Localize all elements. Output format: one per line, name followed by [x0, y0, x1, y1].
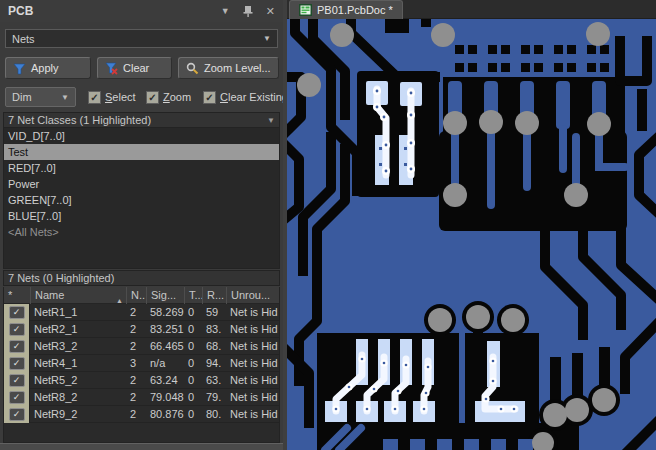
net-name: NetR2_1 [30, 321, 126, 338]
row-checkbox-checked[interactable] [9, 374, 25, 387]
column-header-nodes[interactable]: N.. [126, 287, 146, 304]
table-row[interactable]: NetR9_2 2 80.876 0 80. Net is Hid [4, 406, 279, 423]
magnifier-icon [186, 62, 199, 75]
close-icon[interactable]: ✕ [266, 6, 275, 17]
table-row[interactable]: NetR2_1 2 83.251 0 83. Net is Hid [4, 321, 279, 338]
table-row[interactable]: NetR5_2 2 63.24 0 63. Net is Hid [4, 372, 279, 389]
net-name: NetR1_1 [30, 304, 126, 321]
zoom-checkbox[interactable]: Zoom [146, 88, 191, 106]
pcb-editor: PB01.PcbDoc * [287, 0, 656, 450]
chevron-down-icon: ▼ [267, 116, 275, 125]
net-classes-list: VID_D[7..0] Test RED[7..0] Power GREEN[7… [3, 128, 280, 269]
checkbox-checked-icon [146, 91, 159, 104]
pin-icon[interactable] [243, 5, 253, 17]
panel-mode-value: Nets [12, 33, 35, 45]
table-row[interactable]: NetR4_1 3 n/a 0 94. Net is Hid [4, 355, 279, 372]
panel-title: PCB [8, 4, 33, 18]
net-class-item-selected[interactable]: Test [4, 144, 279, 160]
row-checkbox-checked[interactable] [9, 340, 25, 353]
row-checkbox-checked[interactable] [9, 357, 25, 370]
net-name: NetR3_2 [30, 338, 126, 355]
dim-dropdown[interactable]: Dim ▼ [5, 87, 76, 107]
column-header-routed[interactable]: R... [202, 287, 226, 304]
column-header-unrouted[interactable]: Unrou... [226, 287, 279, 304]
net-class-item[interactable]: VID_D[7..0] [4, 128, 279, 144]
column-header-t[interactable]: T... [184, 287, 202, 304]
panel-bottom-resize-bar[interactable] [0, 443, 283, 450]
apply-button-label: Apply [31, 62, 59, 74]
column-header-signal[interactable]: Sig... [146, 287, 184, 304]
nets-table: * Name▲ N.. Sig... T... R... Unrou... Ne… [3, 287, 280, 443]
chevron-down-icon: ▼ [61, 93, 69, 102]
panel-mode-dropdown[interactable]: Nets ▼ [5, 29, 278, 48]
net-name: NetR4_1 [30, 355, 126, 372]
clear-button[interactable]: Clear [97, 57, 172, 79]
zoom-level-button-label: Zoom Level... [204, 62, 271, 74]
nets-header-label: 7 Nets (0 Highlighted) [8, 272, 114, 284]
chevron-down-icon: ▼ [263, 34, 271, 43]
clear-existing-checkbox-label: Clear Existing [220, 91, 283, 103]
sort-ascending-icon: ▲ [116, 292, 123, 304]
nets-table-header-row: * Name▲ N.. Sig... T... R... Unrou... [4, 287, 279, 304]
dim-value: Dim [12, 91, 32, 103]
checkbox-checked-icon [203, 91, 216, 104]
select-checkbox[interactable]: Select [88, 88, 136, 106]
table-row[interactable]: NetR1_1 2 58.269 0 59 Net is Hid [4, 304, 279, 321]
apply-button[interactable]: Apply [5, 57, 91, 79]
row-checkbox-checked[interactable] [9, 408, 25, 421]
row-checkbox-checked[interactable] [9, 323, 25, 336]
table-row[interactable]: NetR3_2 2 66.465 0 68. Net is Hid [4, 338, 279, 355]
application-window: PCB ▼ ✕ Nets ▼ Apply [0, 0, 656, 450]
document-tab-bar: PB01.PcbDoc * [287, 0, 656, 19]
panel-titlebar: PCB ▼ ✕ [0, 0, 283, 22]
select-checkbox-label: Select [105, 91, 136, 103]
pcb-panel: PCB ▼ ✕ Nets ▼ Apply [0, 0, 283, 450]
apply-funnel-icon [13, 62, 26, 75]
net-classes-section-header[interactable]: 7 Net Classes (1 Highlighted) ▼ [3, 112, 280, 128]
column-header-check[interactable]: * [4, 287, 30, 304]
net-class-item[interactable]: Power [4, 176, 279, 192]
pcb-canvas[interactable] [287, 19, 656, 450]
net-name: NetR9_2 [30, 406, 126, 423]
row-checkbox-checked[interactable] [9, 391, 25, 404]
table-row[interactable]: NetR8_2 2 79.048 0 79. Net is Hid [4, 389, 279, 406]
net-class-item-all-nets[interactable]: <All Nets> [4, 224, 279, 240]
zoom-level-button[interactable]: Zoom Level... [178, 57, 279, 79]
checkbox-checked-icon [88, 91, 101, 104]
clear-existing-checkbox[interactable]: Clear Existing [203, 88, 283, 106]
net-class-item[interactable]: RED[7..0] [4, 160, 279, 176]
net-name: NetR5_2 [30, 372, 126, 389]
panel-menu-chevron-icon[interactable]: ▼ [221, 7, 230, 16]
pcbdoc-file-icon [299, 4, 312, 16]
net-class-item[interactable]: GREEN[7..0] [4, 192, 279, 208]
net-name: NetR8_2 [30, 389, 126, 406]
net-classes-header-label: 7 Net Classes (1 Highlighted) [8, 114, 151, 126]
tab-pb01-pcbdoc[interactable]: PB01.PcbDoc * [289, 0, 403, 19]
net-class-item[interactable]: BLUE[7..0] [4, 208, 279, 224]
zoom-checkbox-label: Zoom [163, 91, 191, 103]
clear-button-label: Clear [123, 62, 149, 74]
clear-funnel-icon [105, 62, 118, 75]
nets-section-header[interactable]: 7 Nets (0 Highlighted) [3, 270, 280, 286]
row-checkbox-checked[interactable] [9, 306, 25, 319]
column-header-name[interactable]: Name▲ [30, 287, 126, 304]
tab-label: PB01.PcbDoc * [317, 4, 393, 16]
